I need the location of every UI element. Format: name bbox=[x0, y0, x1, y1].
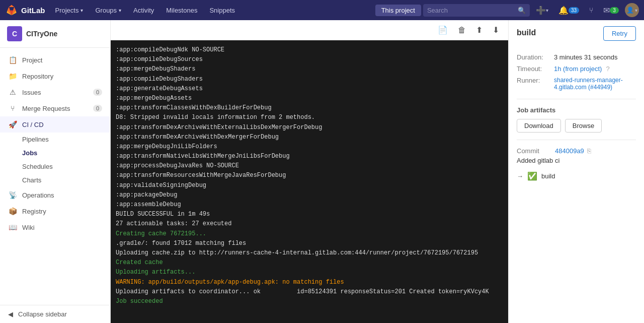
artifacts-buttons: Download Browse bbox=[517, 119, 636, 133]
scroll-bottom-button[interactable]: ⬇ bbox=[490, 24, 502, 36]
browse-button[interactable]: Browse bbox=[565, 119, 602, 133]
issues-icon: ⚠ bbox=[8, 88, 17, 96]
inbox-button[interactable]: ✉ 3 bbox=[599, 4, 623, 17]
collapse-sidebar-button[interactable]: ◀ Collapse sidebar bbox=[0, 305, 110, 323]
avatar-chevron-icon: ▾ bbox=[635, 8, 637, 13]
runner-value[interactable]: shared-runners-manager-4.gitlab.com (#44… bbox=[554, 77, 636, 91]
artifacts-section: Job artifacts Download Browse bbox=[517, 106, 636, 133]
this-project-button[interactable]: This project bbox=[375, 5, 421, 16]
main-content: 📄 🗑 ⬆ ⬇ :app:compileDebugNdk NO-SOURCE:a… bbox=[111, 20, 508, 323]
log-line: :app:validateSigningDebug bbox=[116, 181, 503, 190]
ci-cd-icon: 🚀 bbox=[8, 120, 17, 128]
erase-log-button[interactable]: 🗑 bbox=[455, 25, 469, 36]
top-navigation: GitLab Projects ▾ Groups ▾ Activity Mile… bbox=[0, 0, 644, 20]
pipeline-job-name[interactable]: build bbox=[541, 172, 555, 180]
plus-icon: ➕ bbox=[536, 6, 546, 15]
sidebar: C CITryOne 📋 Project 📁 Repository ⚠ Issu… bbox=[0, 20, 111, 323]
timeout-help-icon[interactable]: ? bbox=[606, 65, 609, 73]
bell-icon: 🔔 bbox=[558, 6, 569, 15]
projects-chevron-icon: ▾ bbox=[80, 8, 83, 13]
issues-badge: 0 bbox=[93, 89, 102, 96]
main-layout: C CITryOne 📋 Project 📁 Repository ⚠ Issu… bbox=[0, 20, 644, 323]
log-line: .gradle/: found 17012 matching files bbox=[116, 239, 503, 248]
log-line: Job succeeded bbox=[116, 297, 503, 306]
operations-icon: 📡 bbox=[8, 191, 17, 199]
scroll-top-button[interactable]: ⬆ bbox=[473, 24, 486, 36]
sidebar-item-operations[interactable]: 📡 Operations bbox=[0, 187, 110, 203]
log-line: Creating cache 7672195... bbox=[116, 229, 503, 239]
sidebar-item-charts[interactable]: Charts bbox=[22, 173, 110, 187]
download-button[interactable]: Download bbox=[517, 119, 561, 133]
collapse-icon: ◀ bbox=[8, 310, 13, 318]
divider-2 bbox=[517, 140, 636, 140]
log-line: :app:mergeDebugShaders bbox=[116, 64, 503, 74]
nav-projects[interactable]: Projects ▾ bbox=[50, 5, 89, 16]
inbox-icon: ✉ bbox=[603, 6, 610, 15]
retry-button[interactable]: Retry bbox=[603, 26, 636, 41]
commit-message: Added gitlab ci bbox=[517, 157, 636, 164]
sidebar-item-pipelines[interactable]: Pipelines bbox=[22, 133, 110, 146]
copy-hash-button[interactable]: ⎘ bbox=[587, 147, 591, 155]
registry-icon: 📦 bbox=[8, 207, 17, 215]
sidebar-item-ci-cd[interactable]: 🚀 CI / CD bbox=[0, 116, 110, 133]
sidebar-item-repository[interactable]: 📁 Repository bbox=[0, 68, 110, 84]
project-icon: C bbox=[7, 26, 22, 41]
merge-requests-badge: 0 bbox=[93, 105, 102, 112]
timeout-value[interactable]: 1h (from project) bbox=[554, 65, 602, 73]
log-line: :app:assembleDebug bbox=[116, 200, 503, 210]
sidebar-item-project[interactable]: 📋 Project bbox=[0, 52, 110, 68]
log-line: Created cache bbox=[116, 258, 503, 268]
gitlab-wordmark: GitLab bbox=[21, 6, 45, 15]
project-icon-nav: 📋 bbox=[8, 56, 17, 64]
log-toolbar: 📄 🗑 ⬆ ⬇ bbox=[111, 20, 508, 40]
log-line: :app:processDebugJavaRes NO-SOURCE bbox=[116, 161, 503, 171]
plus-chevron-icon: ▾ bbox=[546, 8, 548, 13]
sidebar-item-schedules[interactable]: Schedules bbox=[22, 160, 110, 173]
log-line: :app:transformDexArchiveWithExternalLibs… bbox=[116, 123, 503, 133]
search-bar[interactable]: 🔍 bbox=[423, 4, 530, 17]
timeout-label: Timeout: bbox=[517, 65, 552, 73]
job-title: build bbox=[517, 28, 536, 37]
sidebar-item-issues[interactable]: ⚠ Issues 0 bbox=[0, 84, 110, 100]
project-name: CITryOne bbox=[26, 30, 57, 38]
gitlab-logo[interactable]: GitLab bbox=[5, 4, 45, 17]
repository-icon: 📁 bbox=[8, 72, 17, 80]
timeout-row: Timeout: 1h (from project) ? bbox=[517, 65, 636, 73]
nav-activity[interactable]: Activity bbox=[128, 5, 159, 16]
merge-requests-button[interactable]: ⑂ bbox=[585, 4, 597, 16]
user-avatar[interactable]: 👤 ▾ bbox=[625, 3, 639, 17]
log-line: :app:compileDebugSources bbox=[116, 55, 503, 64]
groups-chevron-icon: ▾ bbox=[119, 8, 121, 13]
log-line: Uploading artifacts to coordinator... ok… bbox=[116, 287, 503, 297]
nav-milestones[interactable]: Milestones bbox=[161, 5, 202, 16]
right-panel: build Retry Duration: 3 minutes 31 secon… bbox=[508, 20, 644, 323]
duration-row: Duration: 3 minutes 31 seconds bbox=[517, 53, 636, 61]
notifications-badge: 33 bbox=[569, 7, 579, 14]
search-input[interactable] bbox=[423, 4, 514, 17]
sidebar-item-wiki[interactable]: 📖 Wiki bbox=[0, 219, 110, 235]
commit-hash[interactable]: 484009a9 bbox=[555, 147, 584, 155]
nav-groups[interactable]: Groups ▾ bbox=[90, 5, 126, 16]
notifications-button[interactable]: 🔔 33 bbox=[554, 4, 583, 17]
log-line: BUILD SUCCESSFUL in 1m 49s bbox=[116, 210, 503, 219]
artifacts-title: Job artifacts bbox=[517, 106, 636, 114]
log-line: 27 actionable tasks: 27 executed bbox=[116, 219, 503, 229]
log-line: :app:transformClassesWithDexBuilderForDe… bbox=[116, 103, 503, 113]
sidebar-item-merge-requests[interactable]: ⑂ Merge Requests 0 bbox=[0, 100, 110, 116]
commit-section: Commit 484009a9 ⎘ Added gitlab ci → ✅ bu… bbox=[517, 147, 636, 181]
sidebar-item-jobs[interactable]: Jobs bbox=[22, 146, 110, 160]
search-icon: 🔍 bbox=[514, 7, 530, 14]
merge-requests-icon: ⑂ bbox=[8, 104, 17, 112]
sidebar-item-registry[interactable]: 📦 Registry bbox=[0, 203, 110, 219]
nav-snippets[interactable]: Snippets bbox=[204, 5, 240, 16]
job-metadata: Duration: 3 minutes 31 seconds Timeout: … bbox=[517, 53, 636, 91]
job-log[interactable]: :app:compileDebugNdk NO-SOURCE:app:compi… bbox=[111, 40, 508, 323]
project-header[interactable]: C CITryOne bbox=[0, 20, 110, 48]
log-line: :app:generateDebugAssets bbox=[116, 84, 503, 94]
plus-button[interactable]: ➕ ▾ bbox=[532, 4, 552, 17]
log-line: :app:compileDebugShaders bbox=[116, 75, 503, 84]
raw-log-button[interactable]: 📄 bbox=[435, 24, 451, 36]
log-line: WARNING: app/build/outputs/apk/app-debug… bbox=[116, 278, 503, 287]
log-line: :app:mergeDebugJniLibFolders bbox=[116, 142, 503, 152]
log-line: D8: Stripped invalid locals information … bbox=[116, 113, 503, 122]
